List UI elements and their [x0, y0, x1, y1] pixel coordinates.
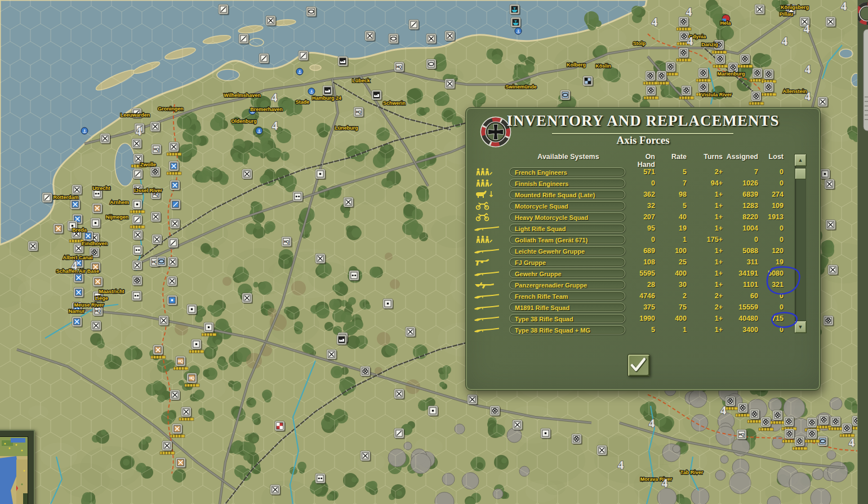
system-name-button[interactable]: FJ Gruppe — [509, 258, 625, 267]
minimap-screen[interactable] — [0, 436, 28, 504]
lost-value: 0 — [758, 292, 784, 300]
rate-value: 5 — [655, 168, 687, 176]
scroll-up-button[interactable]: ▲ — [794, 154, 807, 166]
system-name-button[interactable]: Gewehr Gruppe — [509, 269, 625, 278]
system-name-button[interactable]: Type 38 Rifle Squad + MG — [509, 325, 625, 334]
on-hand-value: 5595 — [627, 269, 655, 277]
rate-value: 40 — [655, 213, 687, 221]
svg-text:4: 4 — [649, 417, 655, 430]
svg-text:Stolp: Stolp — [633, 41, 646, 46]
scroll-down-button[interactable]: ▼ — [794, 321, 807, 333]
on-hand-value: 0 — [627, 179, 655, 187]
inventory-row: Finnish Engineers0794+10260 — [466, 178, 784, 189]
lost-value: 109 — [758, 202, 784, 210]
system-name-button[interactable]: Motorcycle Squad — [509, 201, 625, 210]
assault-rifle-icon — [466, 280, 509, 289]
turns-value: 1+ — [687, 281, 723, 289]
system-name-button[interactable]: French Rifle Team — [509, 291, 625, 300]
minimap[interactable] — [0, 430, 35, 504]
assigned-value: 7 — [723, 168, 758, 176]
inventory-row: Light Rifle Squad95191+10040 — [466, 223, 784, 234]
rate-value: 400 — [655, 269, 687, 277]
system-name-button[interactable]: French Engineers — [509, 167, 625, 176]
assigned-value: 0 — [723, 236, 758, 244]
svg-text:Pillau: Pillau — [780, 11, 793, 17]
horse-icon — [466, 190, 509, 199]
svg-text:4: 4 — [618, 458, 624, 472]
scrollbar-thumb[interactable] — [795, 168, 806, 179]
system-name-button[interactable]: Goliath Team (Gerät 671) — [509, 235, 625, 244]
svg-text:Marienburg: Marienburg — [717, 71, 745, 77]
checkmark-icon — [628, 355, 648, 375]
system-name-button[interactable]: Panzergrenadier Gruppe — [509, 280, 625, 289]
svg-text:Köslin: Köslin — [595, 63, 611, 69]
turns-value: 2+ — [687, 292, 723, 300]
system-name-button[interactable]: Heavy Motorcycle Squad — [509, 213, 625, 222]
assigned-value: 5088 — [723, 247, 758, 255]
svg-text:HQ: HQ — [178, 359, 184, 364]
assigned-value: 40480 — [723, 315, 758, 322]
svg-text:Kolberg: Kolberg — [567, 62, 586, 68]
svg-text:HQ: HQ — [95, 309, 101, 313]
assigned-value: 311 — [723, 258, 758, 266]
rifle-icon — [466, 269, 509, 278]
confirm-button[interactable] — [627, 354, 650, 377]
svg-text:Swinemünde: Swinemünde — [505, 84, 537, 90]
svg-text:4: 4 — [652, 15, 658, 29]
turns-value: 1+ — [687, 191, 723, 198]
svg-text:HQ: HQ — [397, 65, 402, 69]
lost-value: 0 — [758, 168, 784, 176]
lost-value: 274 — [758, 191, 784, 198]
scrollbar-track[interactable] — [795, 154, 806, 333]
inventory-row: Type 38 Rifle Squad + MG511+34000 — [466, 324, 784, 335]
inventory-row: French Rifle Team474622+600 — [466, 290, 784, 302]
inventory-row: M1891 Rifle Squad375752+155590 — [466, 302, 784, 313]
svg-text:Lüneburg: Lüneburg — [335, 125, 358, 131]
svg-text:4: 4 — [720, 404, 727, 417]
svg-text:Danzig: Danzig — [701, 42, 718, 47]
on-hand-value: 207 — [627, 213, 655, 221]
assigned-value: 34191 — [723, 269, 758, 277]
svg-text:4: 4 — [849, 436, 855, 449]
svg-text:Maastricht: Maastricht — [99, 289, 124, 294]
svg-text:Hamburg 24: Hamburg 24 — [312, 95, 341, 101]
lost-value: 120 — [758, 247, 784, 255]
dialog-title: INVENTORY AND REPLACEMENTS — [466, 112, 820, 130]
svg-text:Arnhem: Arnhem — [110, 200, 129, 205]
svg-text:IJssel River: IJssel River — [134, 188, 163, 193]
system-name-button[interactable]: Type 38 Rifle Squad — [509, 314, 625, 323]
svg-text:⚓: ⚓ — [297, 69, 302, 75]
svg-text:Rotterdam: Rotterdam — [53, 194, 78, 200]
rifle-icon — [466, 303, 509, 312]
lost-value: 0 — [758, 236, 784, 244]
svg-text:Lübeck: Lübeck — [352, 78, 371, 83]
svg-text:Wilhelmshaven: Wilhelmshaven — [224, 92, 260, 98]
system-name-button[interactable]: Finnish Engineers — [509, 179, 625, 188]
system-name-button[interactable]: M1891 Rifle Squad — [509, 303, 625, 312]
turns-value: 1+ — [687, 269, 723, 277]
lost-value: 0 — [758, 224, 784, 232]
svg-text:4: 4 — [272, 119, 278, 132]
system-name-button[interactable]: Mounted Rifle Squad (Late) — [509, 190, 625, 199]
rate-value: 19 — [655, 224, 687, 232]
svg-text:HQ: HQ — [189, 376, 195, 381]
svg-text:4: 4 — [72, 259, 78, 272]
rate-value: 98 — [655, 191, 687, 198]
rifle-icon — [466, 314, 509, 323]
assigned-value: 15559 — [723, 303, 758, 311]
inventory-row: Goliath Team (Gerät 671)01175+00 — [466, 234, 784, 245]
turns-value: 1+ — [687, 213, 723, 221]
turns-value: 1+ — [687, 258, 723, 266]
on-hand-value: 0 — [627, 236, 655, 244]
svg-text:Namur: Namur — [69, 308, 85, 314]
assigned-value: 1101 — [723, 281, 758, 289]
svg-text:Zwolle: Zwolle — [140, 162, 156, 167]
svg-text:Allenstein: Allenstein — [782, 89, 807, 94]
system-name-button[interactable]: Leichte Gewehr Gruppe — [509, 246, 625, 255]
inventory-row: Mounted Rifle Squad (Late)362981+6839274 — [466, 189, 784, 200]
on-hand-value: 362 — [627, 191, 655, 198]
system-name-button[interactable]: Light Rifle Squad — [509, 224, 625, 233]
on-hand-value: 4746 — [627, 292, 655, 300]
turns-value: 2+ — [687, 168, 723, 176]
svg-text:Eindhoven: Eindhoven — [82, 241, 108, 246]
